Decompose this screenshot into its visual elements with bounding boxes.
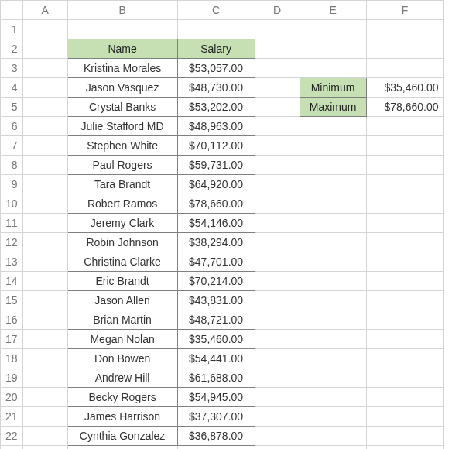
cell[interactable] — [22, 368, 67, 388]
row-header[interactable]: 17 — [1, 330, 23, 349]
cell[interactable] — [22, 194, 67, 214]
row-header[interactable]: 9 — [1, 175, 23, 194]
cell[interactable] — [255, 368, 300, 388]
name-cell[interactable]: Jeremy Clark — [67, 214, 177, 233]
name-cell[interactable]: Robin Johnson — [67, 233, 177, 252]
name-cell[interactable]: Cynthia Gonzalez — [67, 427, 177, 446]
cell[interactable] — [255, 291, 300, 310]
cell[interactable] — [366, 407, 443, 427]
cell[interactable] — [300, 136, 366, 156]
cell[interactable] — [300, 427, 366, 446]
cell[interactable] — [255, 349, 300, 368]
row-header[interactable]: 1 — [1, 20, 23, 39]
cell[interactable] — [255, 39, 300, 59]
cell[interactable] — [300, 214, 366, 233]
name-cell[interactable]: Megan Nolan — [67, 330, 177, 349]
cell[interactable] — [255, 388, 300, 407]
salary-cell[interactable]: $48,963.00 — [177, 117, 255, 136]
salary-cell[interactable]: $48,730.00 — [177, 78, 255, 98]
salary-cell[interactable]: $35,460.00 — [177, 330, 255, 349]
row-header[interactable]: 16 — [1, 310, 23, 330]
salary-cell[interactable]: $37,307.00 — [177, 407, 255, 427]
cell[interactable] — [366, 39, 443, 59]
row-header[interactable]: 21 — [1, 407, 23, 427]
table-header-salary[interactable]: Salary — [177, 39, 255, 59]
cell[interactable] — [300, 233, 366, 252]
cell[interactable] — [366, 214, 443, 233]
cell[interactable] — [300, 20, 366, 39]
cell[interactable] — [22, 175, 67, 194]
cell[interactable] — [22, 407, 67, 427]
cell[interactable] — [255, 330, 300, 349]
cell[interactable] — [255, 175, 300, 194]
cell[interactable] — [366, 446, 443, 450]
name-cell[interactable]: Christina Clarke — [67, 252, 177, 272]
salary-cell[interactable]: $48,721.00 — [177, 310, 255, 330]
cell[interactable] — [366, 252, 443, 272]
cell[interactable] — [300, 252, 366, 272]
summary-min-label[interactable]: Minimum — [300, 78, 366, 98]
cell[interactable] — [22, 214, 67, 233]
cell[interactable] — [366, 291, 443, 310]
salary-cell[interactable]: $43,831.00 — [177, 291, 255, 310]
salary-cell[interactable]: $38,294.00 — [177, 233, 255, 252]
cell[interactable] — [366, 272, 443, 291]
salary-cell[interactable]: $61,688.00 — [177, 368, 255, 388]
name-cell[interactable]: James Harrison — [67, 407, 177, 427]
cell[interactable] — [255, 272, 300, 291]
cell[interactable] — [22, 156, 67, 175]
col-header[interactable]: B — [67, 1, 177, 20]
name-cell[interactable]: Jason Vasquez — [67, 78, 177, 98]
cell[interactable] — [300, 310, 366, 330]
cell[interactable] — [366, 59, 443, 78]
row-header[interactable]: 5 — [1, 98, 23, 117]
name-cell[interactable]: Brian Martin — [67, 310, 177, 330]
cell[interactable] — [300, 117, 366, 136]
cell[interactable] — [255, 310, 300, 330]
cell[interactable] — [300, 291, 366, 310]
row-header[interactable]: 11 — [1, 214, 23, 233]
cell[interactable] — [22, 98, 67, 117]
salary-cell[interactable]: $53,057.00 — [177, 59, 255, 78]
cell[interactable] — [22, 310, 67, 330]
col-header[interactable]: C — [177, 1, 255, 20]
name-cell[interactable]: Jason Allen — [67, 291, 177, 310]
summary-min-value[interactable]: $35,460.00 — [366, 78, 443, 98]
row-header[interactable]: 22 — [1, 427, 23, 446]
cell[interactable] — [300, 446, 366, 450]
row-header[interactable]: 13 — [1, 252, 23, 272]
cell[interactable] — [255, 407, 300, 427]
cell[interactable] — [366, 117, 443, 136]
cell[interactable] — [177, 446, 255, 450]
row-header[interactable]: 23 — [1, 446, 23, 450]
name-cell[interactable]: Andrew Hill — [67, 368, 177, 388]
row-header[interactable]: 15 — [1, 291, 23, 310]
salary-cell[interactable]: $53,202.00 — [177, 98, 255, 117]
cell[interactable] — [366, 156, 443, 175]
salary-cell[interactable]: $47,701.00 — [177, 252, 255, 272]
cell[interactable] — [255, 233, 300, 252]
row-header[interactable]: 20 — [1, 388, 23, 407]
cell[interactable] — [22, 20, 67, 39]
summary-max-label[interactable]: Maximum — [300, 98, 366, 117]
row-header[interactable]: 7 — [1, 136, 23, 156]
row-header[interactable]: 10 — [1, 194, 23, 214]
cell[interactable] — [300, 368, 366, 388]
cell[interactable] — [366, 175, 443, 194]
cell[interactable] — [255, 59, 300, 78]
cell[interactable] — [300, 330, 366, 349]
col-header[interactable]: F — [366, 1, 443, 20]
cell[interactable] — [300, 349, 366, 368]
cell[interactable] — [22, 427, 67, 446]
cell[interactable] — [22, 291, 67, 310]
row-header[interactable]: 19 — [1, 368, 23, 388]
cell[interactable] — [255, 136, 300, 156]
name-cell[interactable]: Paul Rogers — [67, 156, 177, 175]
name-cell[interactable]: Julie Stafford MD — [67, 117, 177, 136]
name-cell[interactable]: Kristina Morales — [67, 59, 177, 78]
cell[interactable] — [255, 78, 300, 98]
select-all-corner[interactable] — [1, 1, 23, 20]
name-cell[interactable]: Crystal Banks — [67, 98, 177, 117]
name-cell[interactable]: Stephen White — [67, 136, 177, 156]
cell[interactable] — [366, 330, 443, 349]
